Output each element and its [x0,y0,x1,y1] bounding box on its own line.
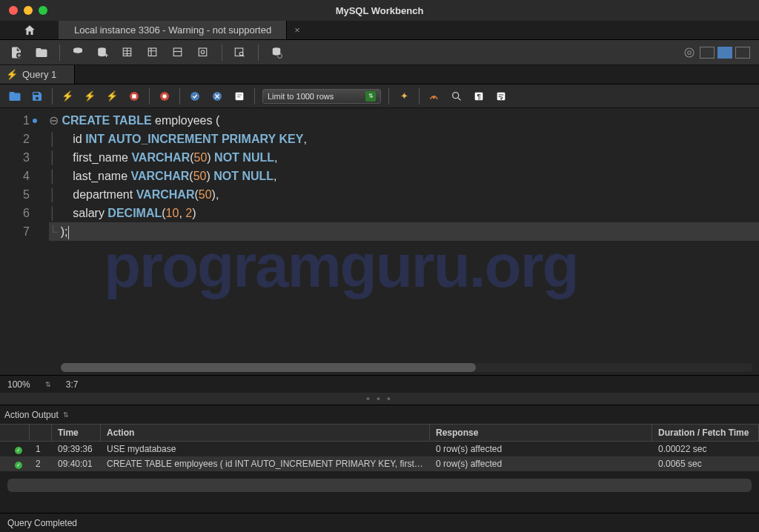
watermark-text: programguru.org [104,256,752,275]
inspector-icon[interactable] [70,45,85,60]
main-toolbar [0,40,759,65]
save-file-icon[interactable] [30,89,44,104]
beautify-icon[interactable]: ✦ [397,89,411,104]
open-sql-script-icon[interactable] [34,45,49,60]
zoom-arrows-icon[interactable]: ⇅ [45,381,51,388]
editor-statusbar: 100% ⇅ 3:7 [0,375,759,393]
output-row-index: 1 [30,442,52,456]
toggle-sidebar-button[interactable] [700,47,715,59]
output-header-duration[interactable]: Duration / Fetch Time [652,425,759,441]
query-tab-bolt-icon: ⚡ [6,69,18,80]
wrap-icon[interactable] [494,89,508,104]
query-tabstrip: ⚡ Query 1 [0,65,759,84]
create-view-icon[interactable] [146,45,161,60]
explain-icon[interactable]: ⚡ [105,89,119,104]
toggle-autocommit-icon[interactable] [157,89,172,104]
create-schema-icon[interactable] [96,45,110,60]
output-header-time[interactable]: Time [52,425,101,441]
svg-point-23 [453,92,459,98]
svg-rect-6 [199,48,207,56]
code-line[interactable]: │ salary DECIMAL(10, 2) [49,204,759,222]
gutter-line[interactable]: 4 [0,167,37,185]
gutter-line[interactable]: 7 [0,222,37,241]
svg-rect-5 [173,48,182,56]
output-type-select[interactable]: Action Output [4,410,59,420]
svg-point-22 [433,96,435,99]
output-row-response: 0 row(s) affected [430,457,652,471]
gutter-line[interactable]: 5 [0,185,37,204]
editor-code-area[interactable]: programguru.org ⊖ CREATE TABLE employees… [43,108,759,375]
code-line[interactable]: │ department VARCHAR(50), [49,185,759,204]
output-row-time: 09:39:36 [52,442,101,456]
output-row-response: 0 row(s) affected [430,442,652,456]
output-row-duration: 0.00022 sec [652,442,759,456]
svg-point-12 [688,50,692,54]
output-header-status [0,425,30,441]
code-line[interactable]: │ last_name VARCHAR(50) NOT NULL, [49,167,759,185]
progress-bar [7,479,752,492]
output-row[interactable]: ✓209:40:01CREATE TABLE employees ( id IN… [0,456,759,471]
gutter-line[interactable]: 2 [0,130,37,148]
cursor-position: 3:7 [66,379,79,390]
query-tab[interactable]: ⚡ Query 1 [0,65,75,84]
svg-point-11 [685,48,694,57]
rollback-icon[interactable] [210,89,225,104]
gutter-line[interactable]: 6 [0,204,37,222]
output-row[interactable]: ✓109:39:36USE mydatabase0 row(s) affecte… [0,442,759,456]
limit-rows-select[interactable]: Limit to 1000 rows ⇅ [262,89,381,104]
toggle-secondary-sidebar-button[interactable] [735,47,750,59]
output-header-action[interactable]: Action [101,425,430,441]
status-ok-icon: ✓ [15,447,22,454]
action-output-table: Time Action Response Duration / Fetch Ti… [0,424,759,471]
output-type-chevron-icon: ⇅ [63,411,69,419]
code-line[interactable]: │ first_name VARCHAR(50) NOT NULL, [49,148,759,167]
connection-tab-close[interactable]: × [287,21,308,39]
create-table-icon[interactable] [121,45,136,60]
query-tab-label: Query 1 [22,69,56,80]
vertical-splitter[interactable]: ● ● ● [0,393,759,405]
svg-point-7 [201,50,205,54]
window-title: MySQL Workbench [0,5,759,16]
search-table-data-icon[interactable] [233,45,248,60]
connection-tabstrip: Local instance 3306 - Warning - not supp… [0,21,759,40]
toggle-output-button[interactable] [717,47,732,59]
zoom-level[interactable]: 100% [7,379,30,390]
code-line[interactable]: ⊖ CREATE TABLE employees ( [49,111,759,130]
output-header-row: Time Action Response Duration / Fetch Ti… [0,424,759,442]
output-header-response[interactable]: Response [430,425,652,441]
svg-point-17 [190,92,199,101]
reconnect-icon[interactable] [269,45,284,60]
execute-icon[interactable]: ⚡ [60,89,75,104]
toggle-whitespace-icon[interactable] [232,89,247,104]
output-row-action: USE mydatabase [101,442,430,456]
create-function-icon[interactable] [196,45,211,60]
create-procedure-icon[interactable] [171,45,186,60]
limit-rows-arrows-icon: ⇅ [365,91,376,102]
search-icon[interactable] [449,89,464,104]
connection-tab-label: Local instance 3306 - Warning - not supp… [74,24,271,36]
editor-horizontal-scrollbar[interactable] [61,363,753,372]
output-row-duration: 0.0065 sec [652,457,759,471]
output-row-index: 2 [30,457,52,471]
sql-editor[interactable]: 1234567 programguru.org ⊖ CREATE TABLE e… [0,108,759,375]
sql-toolbar: ⚡ ⚡ ⚡ Limit to 1000 rows ⇅ ✦ ¶ [0,84,759,108]
gutter-line[interactable]: 3 [0,148,37,167]
svg-rect-21 [237,96,241,97]
svg-point-16 [162,94,166,98]
stop-icon[interactable] [127,89,142,104]
statusbar: Query Completed [0,513,759,532]
code-line[interactable]: └ ); [49,222,759,241]
find-icon[interactable] [427,89,442,104]
home-tab[interactable] [0,21,59,39]
gutter-line[interactable]: 1 [0,111,37,130]
code-line[interactable]: │ id INT AUTO_INCREMENT PRIMARY KEY, [49,130,759,148]
connection-tab[interactable]: Local instance 3306 - Warning - not supp… [59,21,287,39]
editor-gutter: 1234567 [0,108,43,375]
invisible-chars-icon[interactable]: ¶ [471,89,486,104]
settings-icon[interactable] [682,45,697,60]
open-file-icon[interactable] [7,89,22,104]
new-sql-tab-icon[interactable] [9,45,24,60]
commit-icon[interactable] [188,89,202,104]
execute-current-icon[interactable]: ⚡ [82,89,97,104]
output-header-index [30,425,52,441]
